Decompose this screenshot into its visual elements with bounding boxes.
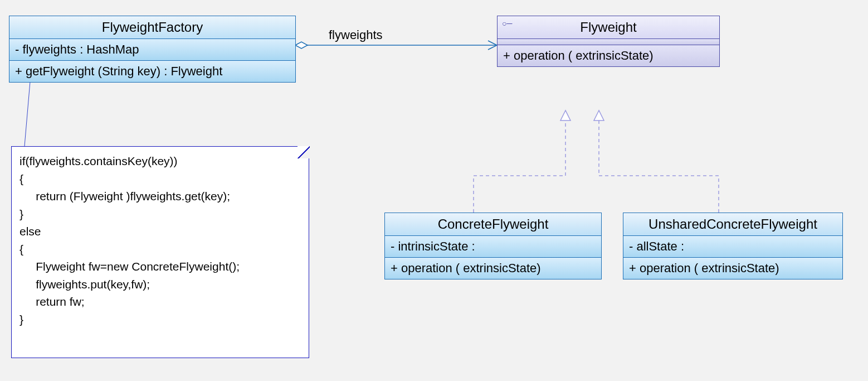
class-attribute: - flyweights : HashMap <box>9 39 295 61</box>
class-flyweight: ○─ Flyweight + operation ( extrinsicStat… <box>497 16 720 67</box>
svg-marker-3 <box>560 110 570 120</box>
note: if(flyweights.containsKey(key)) { return… <box>11 146 309 358</box>
class-flyweight-factory: FlyweightFactory - flyweights : HashMap … <box>9 16 296 83</box>
class-operation: + operation ( extrinsicState) <box>498 45 719 66</box>
class-title: ConcreteFlyweight <box>385 213 601 236</box>
class-title: FlyweightFactory <box>9 16 295 39</box>
svg-marker-1 <box>295 42 308 49</box>
class-operation: + getFlyweight (String key) : Flyweight <box>9 61 295 82</box>
class-attribute: - intrinsicState : <box>385 236 601 258</box>
svg-line-2 <box>25 75 31 146</box>
class-concrete-flyweight: ConcreteFlyweight - intrinsicState : + o… <box>384 213 602 279</box>
class-attribute-empty <box>498 39 719 45</box>
class-attribute: - allState : <box>623 236 842 258</box>
interface-icon: ○─ <box>502 20 512 27</box>
class-unshared-concrete-flyweight: UnsharedConcreteFlyweight - allState : +… <box>623 213 843 279</box>
association-label: flyweights <box>329 28 383 42</box>
svg-marker-4 <box>594 110 604 120</box>
class-operation: + operation ( extrinsicState) <box>385 258 601 279</box>
class-operation: + operation ( extrinsicState) <box>623 258 842 279</box>
class-title: Flyweight <box>498 16 719 39</box>
class-title: UnsharedConcreteFlyweight <box>623 213 842 236</box>
